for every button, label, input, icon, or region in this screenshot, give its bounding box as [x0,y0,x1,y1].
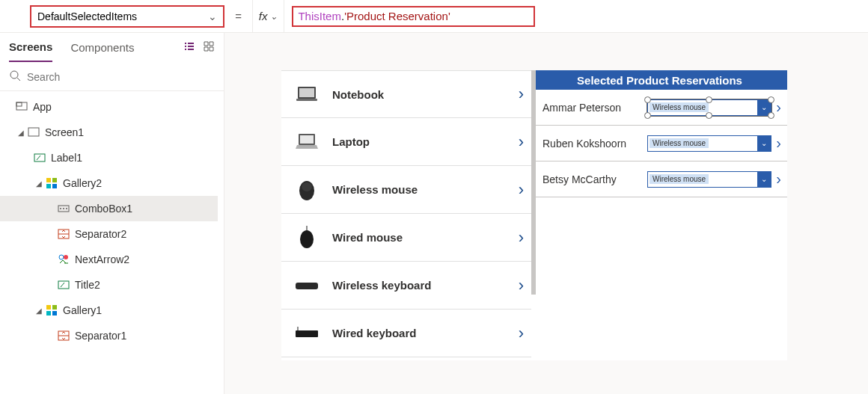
tree-item-label1[interactable]: Label1 [0,145,218,170]
selection-handle[interactable] [768,112,774,119]
chevron-right-icon: › [519,84,524,104]
product-row[interactable]: Notebook › [281,70,531,118]
svg-rect-30 [296,99,317,101]
product-row[interactable]: Wireless mouse › [281,166,531,214]
reservations-panel: Selected Product Reservations Ammar Pete… [532,70,787,360]
product-row[interactable]: Wireless keyboard › [281,262,531,310]
svg-rect-3 [16,102,22,106]
tab-components[interactable]: Components [70,33,134,62]
chevron-right-icon[interactable]: › [776,170,781,188]
svg-rect-24 [46,311,51,315]
tree-item-combobox1[interactable]: ComboBox1 [0,196,218,221]
tree-item-app[interactable]: App [0,94,218,120]
product-image-notebook [292,79,322,109]
svg-rect-8 [52,178,57,182]
app-preview: Notebook › Laptop › Wireless mouse › Wir… [281,70,787,360]
products-gallery: Notebook › Laptop › Wireless mouse › Wir… [281,70,532,360]
gallery-icon [45,304,58,317]
reservation-combobox[interactable]: Wireless mouse ⌄ [647,99,771,116]
fx-label: fx [259,10,268,22]
tree-item-screen1[interactable]: ◢ Screen1 [0,120,218,145]
svg-rect-7 [46,178,51,182]
svg-rect-23 [52,305,57,310]
search-row [0,63,224,91]
reservation-row[interactable]: Ammar Peterson Wireless mouse ⌄ › [532,90,787,126]
formula-token-thisitem: ThisItem [298,10,341,22]
selection-handle[interactable] [768,96,774,103]
reservation-combobox[interactable]: Wireless mouse ⌄ [647,171,771,188]
svg-line-1 [17,78,20,81]
chevron-right-icon: › [519,324,524,343]
product-row[interactable]: Laptop › [281,118,531,166]
chevron-right-icon[interactable]: › [776,99,781,116]
products-scrollbar[interactable] [531,70,536,295]
svg-rect-5 [34,154,45,161]
selection-handle[interactable] [706,112,712,119]
tree-item-label: Screen1 [45,126,84,138]
product-image-wired-keyboard [292,318,322,348]
svg-rect-9 [46,184,51,188]
combobox-tag: Wireless mouse [650,138,709,148]
reservation-combobox[interactable]: Wireless mouse ⌄ [647,135,771,152]
formula-input[interactable]: ThisItem.'Product Reservation' [292,6,535,27]
list-view-icon[interactable] [183,40,195,55]
separator-icon [57,329,70,342]
tab-screens-label: Screens [9,40,52,53]
search-input[interactable] [27,71,215,83]
tree-item-title2[interactable]: Title2 [0,272,218,298]
reservation-row[interactable]: Betsy McCarthy Wireless mouse ⌄ › [532,161,787,197]
product-image-wired-mouse [292,223,322,253]
tab-components-label: Components [70,41,134,54]
chevron-right-icon: › [519,276,524,295]
product-name: Laptop [332,135,519,148]
tree-item-label: Separator1 [75,330,126,342]
selection-handle[interactable] [644,96,651,103]
tree-view: App ◢ Screen1 Label1 ◢ Gallery2 ComboBox… [0,91,218,394]
separator-icon [57,227,70,241]
tab-screens[interactable]: Screens [9,33,52,62]
tree-item-label: Label1 [51,152,82,164]
tree-item-gallery1[interactable]: ◢ Gallery1 [0,298,218,323]
tree-item-label: Title2 [75,279,100,291]
selection-handle[interactable] [706,96,712,103]
reservation-name: Betsy McCarthy [542,173,647,185]
tree-item-gallery2[interactable]: ◢ Gallery2 [0,170,218,196]
canvas-area: Notebook › Laptop › Wireless mouse › Wir… [224,33,868,394]
chevron-right-icon[interactable]: › [776,135,781,152]
svg-rect-4 [28,128,39,136]
property-dropdown[interactable]: DefaultSelectedItems ⌄ [30,5,224,28]
chevron-down-icon: ⌄ [270,11,278,22]
collapse-icon[interactable]: ◢ [33,179,45,188]
svg-marker-33 [296,145,318,149]
svg-point-17 [59,255,64,259]
product-row[interactable]: Wired keyboard › [281,310,531,357]
grid-view-icon[interactable] [203,40,215,55]
reservation-name: Ruben Kokshoorn [542,138,647,150]
collapse-icon[interactable]: ◢ [15,129,27,137]
selection-handle[interactable] [644,112,651,119]
chevron-right-icon: › [519,228,524,247]
label-icon [57,278,70,292]
svg-rect-20 [58,281,69,289]
equals-label: = [235,10,242,22]
chevron-down-icon[interactable]: ⌄ [757,172,771,187]
collapse-icon[interactable]: ◢ [33,307,45,315]
chevron-down-icon: ⌄ [208,10,217,22]
combobox-tag: Wireless mouse [650,102,709,112]
product-row[interactable]: Wired mouse › [281,214,531,262]
tree-item-label: ComboBox1 [75,203,132,215]
tree-item-label: App [33,101,52,113]
combobox-tag: Wireless mouse [650,174,709,184]
svg-rect-38 [296,283,318,289]
chevron-right-icon: › [519,180,524,200]
product-name: Wireless keyboard [332,279,519,292]
formula-bar: DefaultSelectedItems ⌄ = fx ⌄ ThisItem.'… [0,0,868,33]
svg-rect-32 [300,135,314,144]
tree-item-separator2[interactable]: Separator2 [0,221,218,247]
tree-item-nextarrow2[interactable]: NextArrow2 [0,247,218,272]
tree-item-label: Gallery1 [63,304,102,316]
chevron-down-icon[interactable]: ⌄ [757,136,771,151]
fx-button[interactable]: fx ⌄ [252,0,285,32]
reservation-row[interactable]: Ruben Kokshoorn Wireless mouse ⌄ › [532,126,787,161]
tree-item-separator1[interactable]: Separator1 [0,323,218,348]
